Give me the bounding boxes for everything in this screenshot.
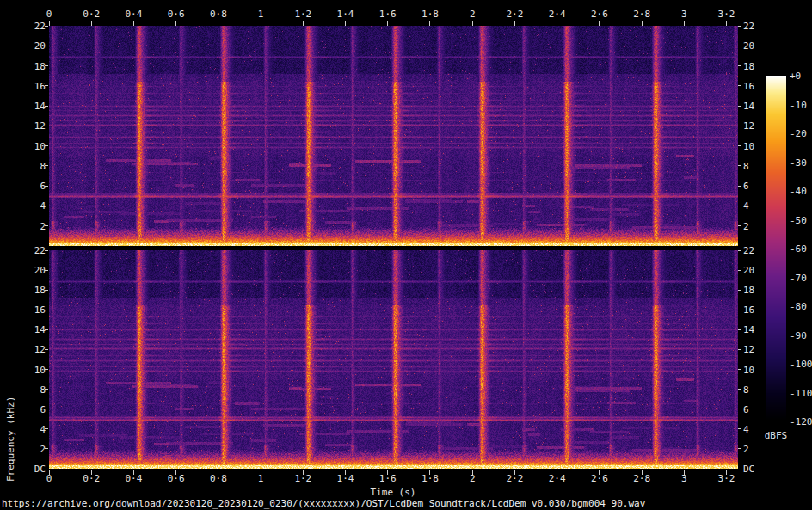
time-tick-mark-top [303, 21, 304, 26]
freq-tick-mark-left [45, 349, 48, 350]
time-tick-mark-top [91, 21, 92, 26]
freq-tick-label-left: 10 [34, 141, 46, 151]
freq-tick-mark-right [738, 145, 741, 146]
freq-tick-mark-left [45, 65, 48, 66]
freq-tick-mark-right [738, 250, 741, 251]
x-axis-label: Time (s) [371, 487, 416, 498]
freq-tick-label-left: 16 [34, 305, 46, 315]
time-tick-mark-bottom [642, 470, 643, 475]
colorbar-tick-label: -30 [790, 157, 807, 167]
freq-tick-label-right: 20 [743, 266, 754, 275]
freq-tick-label-left: 12 [34, 121, 46, 131]
colorbar-tick-label: -120 [790, 417, 812, 427]
time-tick-label-top: 3 [681, 9, 687, 19]
freq-tick-label-right: 14 [743, 325, 754, 335]
time-tick-mark-bottom [514, 470, 515, 475]
freq-tick-label-right: 20 [743, 41, 754, 51]
colorbar-tick-label: -10 [790, 100, 807, 109]
spectrogram-channel-2-canvas [49, 250, 738, 469]
freq-tick-label-left: 14 [34, 101, 46, 111]
freq-tick-mark-right [738, 165, 741, 166]
freq-tick-mark-left [45, 270, 48, 271]
time-tick-mark-bottom [133, 470, 134, 475]
dc-label-right: DC [743, 464, 754, 474]
freq-tick-mark-right [738, 225, 741, 226]
freq-tick-mark-right [738, 85, 741, 86]
freq-tick-mark-left [45, 225, 48, 226]
time-tick-label-top: 2·4 [549, 9, 566, 19]
colorbar-tick-label: -60 [790, 244, 807, 254]
freq-tick-mark-right [738, 428, 741, 429]
freq-tick-label-right: 4 [743, 424, 749, 433]
time-tick-label-top: 0·4 [126, 9, 143, 19]
freq-tick-label-left: 14 [34, 325, 46, 335]
time-tick-label-top: 1·8 [421, 9, 439, 19]
freq-tick-label-left: 18 [34, 286, 46, 295]
freq-tick-mark-left [45, 26, 48, 27]
freq-tick-mark-right [738, 46, 741, 46]
time-tick-label-bottom: 2 [470, 474, 476, 483]
time-tick-label-bottom: 1·4 [337, 474, 354, 483]
freq-tick-mark-left [45, 106, 48, 107]
freq-tick-mark-left [45, 409, 48, 409]
time-tick-label-bottom: 2·6 [591, 474, 608, 483]
freq-tick-label-left: 20 [34, 266, 46, 275]
time-tick-mark-top [472, 21, 473, 26]
time-tick-mark-top [557, 21, 557, 26]
freq-tick-mark-left [45, 165, 48, 166]
freq-tick-label-right: 10 [743, 141, 754, 151]
freq-tick-mark-right [738, 369, 741, 370]
time-tick-mark-bottom [726, 470, 727, 475]
freq-tick-label-left: 22 [34, 246, 46, 255]
time-tick-mark-bottom [684, 470, 685, 475]
colorbar-unit-label: dBFS [765, 430, 788, 441]
freq-tick-label-right: 8 [743, 384, 749, 394]
time-tick-label-top: 2·2 [506, 9, 523, 19]
time-tick-label-bottom: 1·8 [421, 474, 439, 483]
freq-tick-mark-right [738, 389, 741, 390]
freq-tick-mark-right [738, 65, 741, 66]
freq-tick-mark-right [738, 186, 741, 187]
time-tick-mark-top [642, 21, 643, 26]
colorbar-tick-label: +0 [790, 71, 801, 81]
freq-tick-label-right: 2 [743, 444, 749, 453]
time-tick-mark-top [49, 21, 50, 26]
freq-tick-mark-right [738, 409, 741, 409]
freq-tick-mark-right [738, 448, 741, 449]
time-tick-mark-top [429, 21, 430, 26]
freq-tick-label-left: 10 [34, 365, 46, 374]
time-tick-mark-top [345, 21, 346, 26]
freq-tick-mark-right [738, 270, 741, 271]
freq-tick-label-right: 2 [743, 221, 749, 230]
time-tick-mark-top [261, 21, 261, 26]
freq-tick-mark-right [738, 126, 741, 126]
freq-tick-label-right: 16 [743, 81, 754, 90]
time-tick-label-bottom: 1·2 [294, 474, 311, 483]
time-tick-label-bottom: 2·4 [549, 474, 566, 483]
freq-tick-label-right: 14 [743, 101, 754, 111]
time-tick-label-top: 0·6 [168, 9, 185, 19]
time-tick-label-bottom: 0·6 [168, 474, 185, 483]
time-tick-label-top: 0·8 [210, 9, 227, 19]
time-tick-label-top: 2·8 [633, 9, 650, 19]
file-url-text: https://archive.org/download/20230120_20… [2, 499, 645, 508]
freq-tick-mark-left [45, 369, 48, 370]
freq-tick-mark-left [45, 389, 48, 390]
freq-tick-mark-left [45, 448, 48, 449]
freq-tick-mark-left [45, 250, 48, 251]
freq-tick-mark-left [45, 329, 48, 330]
freq-tick-label-right: 8 [743, 161, 749, 170]
time-tick-label-top: 2·6 [591, 9, 608, 19]
time-tick-label-bottom: 0·8 [210, 474, 227, 483]
time-tick-mark-top [684, 21, 685, 26]
time-tick-mark-bottom [387, 470, 388, 475]
time-tick-mark-bottom [218, 470, 218, 475]
time-tick-label-bottom: 3 [681, 474, 687, 483]
time-tick-mark-bottom [599, 470, 600, 475]
freq-tick-mark-left [45, 186, 48, 187]
time-tick-label-bottom: 2·8 [633, 474, 650, 483]
colorbar-gradient-canvas [766, 76, 786, 421]
time-tick-mark-top [218, 21, 218, 26]
time-tick-label-bottom: 2·2 [506, 474, 523, 483]
freq-tick-label-right: 12 [743, 121, 754, 131]
